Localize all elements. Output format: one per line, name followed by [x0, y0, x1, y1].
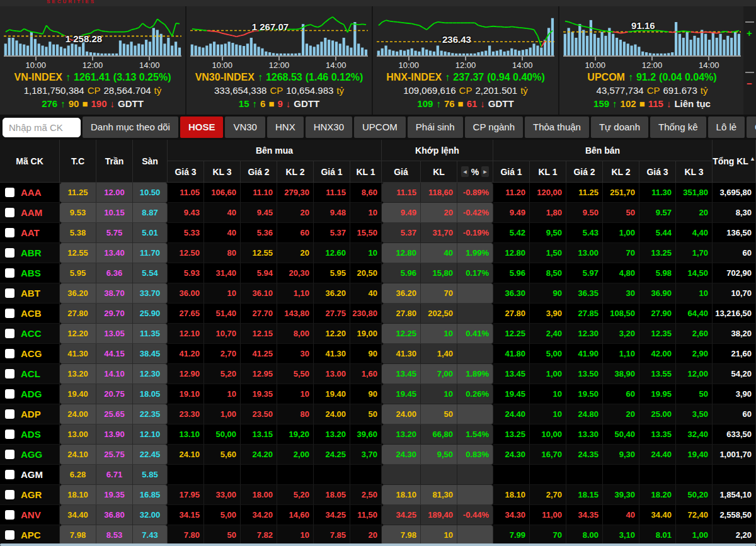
symbol-cell: AGR [0, 485, 60, 505]
row-checkbox[interactable] [5, 188, 14, 197]
horizontal-scrollbar[interactable] [0, 543, 756, 546]
row-checkbox[interactable] [5, 309, 14, 318]
buy-cell-1: 5.93 [168, 263, 204, 283]
table-row[interactable]: ADP24.0025.6522.3523.301,0023.508024.005… [0, 404, 756, 424]
sell-cell-4: 3,10 [603, 525, 639, 545]
unchanged-count: 90 [69, 98, 79, 109]
symbol-cell: ANV [0, 505, 60, 525]
row-checkbox[interactable] [5, 248, 14, 258]
row-checkbox[interactable] [5, 228, 14, 237]
board-tabbar: Danh mục theo dõiHOSEVN30HNXHNX30UPCOMPh… [0, 115, 756, 140]
sell-cell-6: 50,20 [676, 485, 713, 505]
row-checkbox[interactable] [5, 288, 14, 298]
table-row[interactable]: AGG24.1025.7522.4524.105,6024.202,0024.2… [0, 445, 756, 465]
table-row[interactable]: ADG19.4020.7518.0519.101019.351019.40901… [0, 384, 756, 404]
row-checkbox[interactable] [5, 409, 14, 419]
edge-expand-control: + [743, 6, 756, 57]
tab-danh-mục-theo-dõi[interactable]: Danh mục theo dõi [83, 117, 178, 138]
sell-cell-5: 8.01 [639, 525, 676, 545]
table-row[interactable]: ACG41.3044.1538.4541.202,7041.253041.309… [0, 344, 756, 364]
symbol-search-input[interactable] [3, 118, 81, 137]
prev-page-arrow-icon[interactable]: ◂ [461, 166, 469, 177]
index-panel-vn30-index[interactable]: 1 267.0710:0012:0014:00VN30-INDEX↑1268.5… [186, 6, 372, 115]
edge-controls: + − [743, 6, 756, 115]
table-row[interactable]: ABT36.2038.7033.7036.001036.101,1036.204… [0, 283, 756, 304]
tab-hnx[interactable]: HNX [267, 117, 304, 138]
row-checkbox[interactable] [5, 389, 14, 399]
header-buy-1: Giá 3 [168, 161, 204, 183]
table-row[interactable]: AAT5.385.755.015.33405.36605.3715,505.37… [0, 223, 756, 243]
table-row[interactable]: AAM9.5310.158.879.43409.45209.48109.4920… [0, 203, 756, 223]
ref-price-cell: 5.38 [60, 223, 96, 243]
row-checkbox[interactable] [5, 450, 14, 459]
index-cap: 691.673 [663, 85, 697, 96]
tab-tự-doanh[interactable]: Tự doanh [591, 117, 648, 138]
buy-cell-3: 18.00 [241, 485, 277, 505]
sell-cell-1: 18.10 [493, 485, 530, 505]
tab-thống-kê[interactable]: Thống kê [650, 117, 706, 138]
header-total-volume[interactable]: Tổng KL▲ [713, 140, 756, 183]
index-summary-line: HNX-INDEX↑237.37(0.94 0.40%) [373, 71, 558, 84]
row-checkbox[interactable] [5, 530, 14, 540]
buy-cell-5: 9.48 [314, 203, 350, 223]
minus-button[interactable]: − [747, 78, 752, 89]
floor-price-cell: 22.35 [133, 404, 168, 424]
index-panel-hnx-index[interactable]: 236.4310:0012:0014:00HNX-INDEX↑237.37(0.… [373, 6, 558, 115]
row-checkbox[interactable] [5, 349, 14, 358]
ty-unit-label: tỷ [520, 85, 528, 96]
next-page-arrow-icon[interactable]: ▸ [481, 166, 489, 177]
index-panel-vn-index[interactable]: 1 258.2810:0012:0014:00VN-INDEX↑1261.41(… [0, 6, 185, 115]
row-checkbox[interactable] [5, 490, 14, 499]
table-row[interactable]: APC7.988.537.437.80507.82107.85207.98107… [0, 525, 756, 545]
index-shares: 333,654,338 [214, 85, 266, 96]
table-row[interactable]: ADS13.0013.9012.1013.1050,0013.1519,2013… [0, 424, 756, 445]
symbol-cell: AAA [0, 183, 60, 203]
row-checkbox[interactable] [5, 510, 14, 520]
plus-button[interactable]: + [747, 28, 752, 38]
tab-chứng-quyền[interactable]: Chứng quyền [747, 117, 756, 138]
matched-volume-cell: 40 [421, 243, 457, 263]
table-row[interactable]: ANV34.4036.8032.0034.155,0034.2014,6034.… [0, 505, 756, 525]
buy-cell-4: 10 [277, 384, 314, 404]
row-checkbox[interactable] [5, 429, 14, 439]
tab-lô-lẻ[interactable]: Lô lẻ [708, 117, 745, 138]
sell-cell-3: 5.43 [566, 223, 603, 243]
tab-hnx30[interactable]: HNX30 [306, 117, 352, 138]
matched-price-cell: 13.45 [382, 364, 421, 384]
row-checkbox[interactable] [5, 470, 14, 479]
sell-cell-6: 19,40 [676, 445, 713, 465]
tab-thỏa-thuận[interactable]: Thỏa thuận [525, 117, 589, 138]
floor-price-cell: 5.54 [133, 263, 168, 283]
table-row[interactable]: AGM6.286.715.85 [0, 465, 756, 485]
decliners-count: 61 [467, 98, 478, 109]
row-checkbox[interactable] [5, 369, 14, 378]
tab-upcom[interactable]: UPCOM [354, 117, 406, 138]
buy-cell-6 [350, 465, 382, 485]
up-arrow-icon: ↑ [628, 72, 633, 82]
sell-cell-4: 60 [603, 384, 639, 404]
sell-cell-5: 24.40 [639, 445, 676, 465]
table-row[interactable]: ABR12.5513.4011.7012.508012.552012.60101… [0, 243, 756, 263]
tab-cp-ngành[interactable]: CP ngành [465, 117, 523, 138]
percent-header-label: % [471, 167, 479, 177]
tab-hose[interactable]: HOSE [180, 117, 224, 138]
buy-cell-6: 90 [350, 384, 382, 404]
table-row[interactable]: ACL13.2014.1012.3012.905,2012.955,5013.0… [0, 364, 756, 384]
row-checkbox[interactable] [5, 268, 14, 278]
table-row[interactable]: ABS5.956.365.545.9331,405.9420,305.9520,… [0, 263, 756, 283]
row-checkbox[interactable] [5, 329, 14, 338]
table-row[interactable]: ACC12.2013.0511.3512.1010,7012.158,0012.… [0, 324, 756, 344]
table-row[interactable]: ACB27.8029.7025.9027.6551,4027.70143,802… [0, 304, 756, 324]
row-checkbox[interactable] [5, 208, 14, 217]
ref-price-cell: 12.55 [60, 243, 96, 263]
table-row[interactable]: AGR18.1019.3516.8517.9533,0018.005,2018.… [0, 485, 756, 505]
tab-phái-sinh[interactable]: Phái sinh [408, 117, 463, 138]
total-volume-cell: 10,70 [713, 283, 756, 304]
buy-cell-5: 13.00 [314, 364, 350, 384]
index-panel-upcom[interactable]: 91.1610:0012:0014:00UPCOM↑91.2(0.04 0.04… [559, 6, 745, 115]
table-row[interactable]: AAA11.2512.0010.5011.05106,6011.10279,30… [0, 183, 756, 203]
matched-volume-cell: 10 [421, 324, 457, 344]
buy-cell-6: 1,60 [350, 364, 382, 384]
up-arrow-icon: ↑ [258, 72, 263, 82]
tab-vn30[interactable]: VN30 [225, 117, 265, 138]
